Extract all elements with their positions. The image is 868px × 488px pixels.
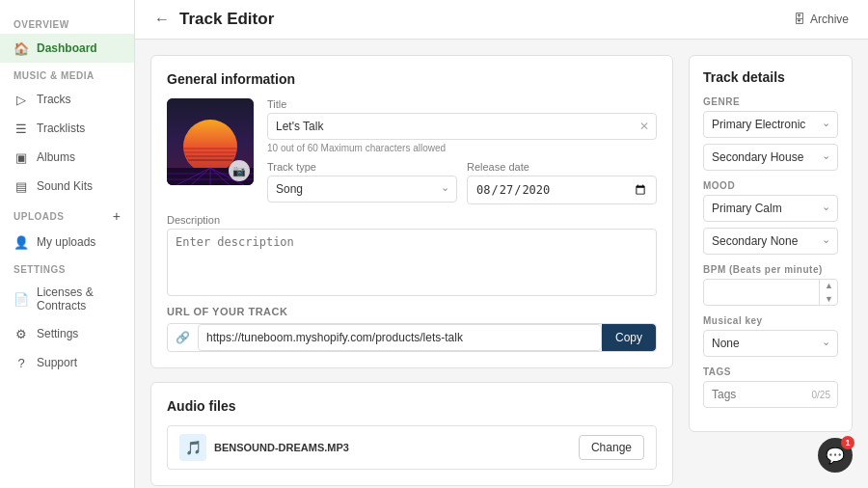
mood-field: MOOD Primary Calm Primary Energetic Prim… [703, 180, 838, 255]
bpm-label: BPM (Beats per minute) [703, 264, 838, 275]
track-details-title: Track details [703, 69, 838, 85]
release-date-field: Release date [467, 161, 657, 204]
tags-label: TAGS [703, 366, 838, 377]
mood-secondary-select[interactable]: Secondary None Secondary Happy Secondary… [703, 228, 838, 255]
add-upload-icon[interactable]: + [113, 208, 121, 224]
release-date-input[interactable] [467, 176, 657, 204]
musical-key-select[interactable]: None C Major A Minor [703, 330, 838, 357]
topbar-left: ← Track Editor [154, 10, 274, 29]
tracks-icon: ▷ [14, 92, 29, 107]
audio-file-row: 🎵 BENSOUND-DREAMS.MP3 Change [167, 425, 657, 470]
camera-button[interactable]: 📷 [229, 160, 250, 181]
description-label: Description [167, 214, 657, 226]
genre-primary-wrap: Primary Electronic Primary Hip-Hop Prima… [703, 111, 838, 138]
musical-key-wrap: None C Major A Minor [703, 330, 838, 357]
sidebar-item-albums[interactable]: ▣ Albums [0, 143, 134, 172]
sidebar: OVERVIEW 🏠 Dashboard MUSIC & MEDIA ▷ Tra… [0, 0, 135, 488]
sidebar-albums-label: Albums [37, 150, 75, 164]
content-area: General information [135, 40, 868, 488]
audio-title: Audio files [167, 398, 657, 414]
change-audio-button[interactable]: Change [579, 435, 644, 460]
copy-button[interactable]: Copy [602, 324, 656, 351]
bpm-input[interactable] [703, 279, 838, 306]
home-icon: 🏠 [14, 41, 29, 56]
gear-icon: ⚙ [14, 326, 29, 341]
audio-file-left: 🎵 BENSOUND-DREAMS.MP3 [179, 434, 349, 461]
licenses-icon: 📄 [14, 291, 29, 307]
audio-file-icon: 🎵 [179, 434, 206, 461]
track-type-select-wrap: Song Beat Loop [267, 176, 457, 203]
genre-secondary-wrap: Secondary House Secondary Techno Seconda… [703, 144, 838, 171]
general-info-body: 📷 Title ✕ 10 out of 60 Maximum character… [167, 98, 657, 204]
clear-icon[interactable]: ✕ [639, 120, 649, 133]
link-icon: 🔗 [168, 331, 198, 344]
sidebar-myuploads-label: My uploads [37, 235, 95, 249]
url-input-wrap: 🔗 Copy [167, 323, 657, 352]
sidebar-item-sound-kits[interactable]: ▤ Sound Kits [0, 172, 134, 201]
general-info-section: General information [150, 55, 673, 368]
archive-button[interactable]: 🗄 Archive [794, 13, 849, 26]
tags-input-wrap: 0/25 [703, 381, 838, 408]
title-label: Title [267, 98, 657, 110]
archive-label: Archive [810, 13, 849, 26]
bpm-up-button[interactable]: ▲ [820, 279, 838, 292]
description-field: Description [167, 214, 657, 296]
chat-icon: 💬 [826, 447, 845, 465]
sidebar-item-my-uploads[interactable]: 👤 My uploads [0, 228, 134, 257]
sidebar-item-tracks[interactable]: ▷ Tracks [0, 85, 134, 114]
uploads-icon: 👤 [14, 234, 29, 250]
sidebar-uploads-label: UPLOADS [14, 211, 64, 222]
bpm-wrap: ▲ ▼ [703, 279, 838, 306]
album-art: 📷 [167, 98, 254, 185]
chat-badge: 1 [841, 436, 854, 449]
albums-icon: ▣ [14, 149, 29, 165]
right-panel: Track details GENRE Primary Electronic P… [689, 55, 853, 473]
mood-primary-select[interactable]: Primary Calm Primary Energetic Primary D… [703, 195, 838, 222]
sidebar-soundkits-label: Sound Kits [37, 179, 93, 193]
back-button[interactable]: ← [154, 11, 170, 28]
audio-files-section: Audio files 🎵 BENSOUND-DREAMS.MP3 Change [150, 382, 673, 486]
mood-primary-wrap: Primary Calm Primary Energetic Primary D… [703, 195, 838, 222]
url-input[interactable] [198, 324, 602, 351]
main-content: ← Track Editor 🗄 Archive General informa… [135, 0, 868, 488]
sidebar-settings-label: SETTINGS [0, 257, 134, 279]
bpm-down-button[interactable]: ▼ [820, 292, 838, 306]
track-type-label: Track type [267, 161, 457, 173]
form-fields: Title ✕ 10 out of 60 Maximum characters … [267, 98, 657, 204]
sidebar-item-dashboard[interactable]: 🏠 Dashboard [0, 34, 134, 63]
title-input[interactable] [267, 113, 657, 140]
sidebar-overview-label: OVERVIEW [0, 12, 134, 34]
genre-primary-select[interactable]: Primary Electronic Primary Hip-Hop Prima… [703, 111, 838, 138]
tags-count: 0/25 [812, 390, 830, 400]
page-title: Track Editor [179, 10, 274, 29]
mood-secondary-wrap: Secondary None Secondary Happy Secondary… [703, 228, 838, 255]
musical-key-field: Musical key None C Major A Minor [703, 315, 838, 357]
tracklists-icon: ☰ [14, 121, 29, 136]
title-field-group: Title ✕ 10 out of 60 Maximum characters … [267, 98, 657, 153]
sidebar-licenses-label: Licenses & Contracts [37, 285, 121, 312]
tags-field: TAGS 0/25 [703, 366, 838, 408]
type-date-row: Track type Song Beat Loop [267, 161, 657, 204]
url-section: URL OF YOUR TRACK 🔗 Copy [167, 306, 657, 352]
sidebar-item-support[interactable]: ? Support [0, 348, 134, 377]
sidebar-support-label: Support [37, 356, 77, 369]
sidebar-item-tracklists[interactable]: ☰ Tracklists [0, 114, 134, 143]
track-type-select[interactable]: Song Beat Loop [267, 176, 457, 203]
description-textarea[interactable] [167, 229, 657, 296]
musical-key-label: Musical key [703, 315, 838, 326]
general-info-title: General information [167, 71, 657, 87]
archive-icon: 🗄 [794, 13, 805, 26]
audio-filename: BENSOUND-DREAMS.MP3 [214, 442, 349, 453]
track-details-card: Track details GENRE Primary Electronic P… [689, 55, 853, 432]
track-type-field: Track type Song Beat Loop [267, 161, 457, 204]
url-label: URL OF YOUR TRACK [167, 306, 657, 317]
genre-secondary-select[interactable]: Secondary House Secondary Techno Seconda… [703, 144, 838, 171]
sidebar-settings-item-label: Settings [37, 327, 78, 340]
sidebar-item-licenses[interactable]: 📄 Licenses & Contracts [0, 279, 134, 319]
topbar: ← Track Editor 🗄 Archive [135, 0, 868, 40]
char-count: 10 out of 60 Maximum characters allowed [267, 143, 657, 153]
chat-bubble[interactable]: 💬 1 [818, 438, 853, 473]
sidebar-item-settings[interactable]: ⚙ Settings [0, 319, 134, 348]
soundkits-icon: ▤ [14, 178, 29, 194]
bpm-field: BPM (Beats per minute) ▲ ▼ [703, 264, 838, 306]
